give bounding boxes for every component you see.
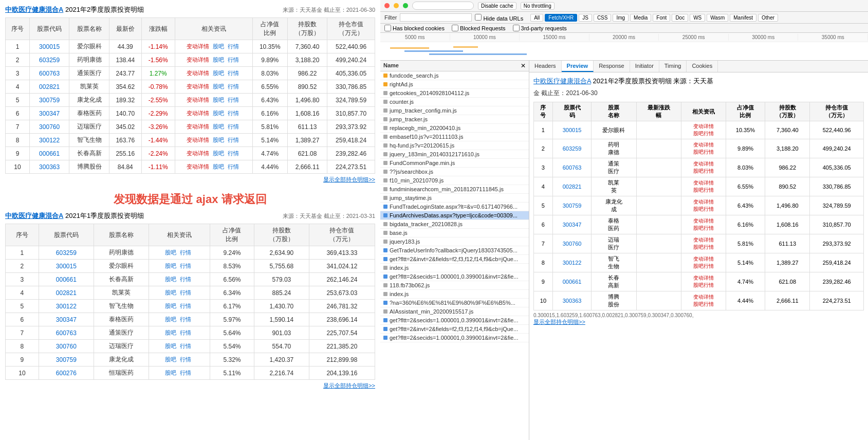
network-item[interactable]: ?na=360%E6%9E%81%E9%80%9F%E6%B5%... <box>380 299 529 307</box>
disable-cache-btn[interactable]: Disable cache <box>478 2 516 10</box>
action-hq[interactable]: 行情 <box>180 316 191 322</box>
stock-link[interactable]: 600276 <box>56 370 77 377</box>
network-item[interactable]: base.js <box>380 229 529 237</box>
has-blocked-cookies-cb[interactable] <box>384 25 391 31</box>
action-hq[interactable]: 行情 <box>180 263 191 269</box>
filter-tab-xhr[interactable]: Fetch/XHR <box>545 14 577 22</box>
action-detail[interactable]: 变动详情 <box>187 110 209 116</box>
action-guba[interactable]: 股吧 <box>213 123 224 130</box>
network-item[interactable]: counter.js <box>380 98 529 106</box>
filter-tab-doc[interactable]: Doc <box>672 14 688 22</box>
action-guba[interactable]: 股吧 <box>165 356 176 362</box>
tab-timing[interactable]: Timing <box>659 61 687 72</box>
network-item[interactable]: FundCommonPage.min.js <box>380 159 529 168</box>
action-detail[interactable]: 变动详情 <box>187 83 209 89</box>
pstock-link[interactable]: 600763 <box>563 164 582 171</box>
stock-link[interactable]: 300347 <box>56 316 77 323</box>
action-guba[interactable]: 股吧 <box>213 70 224 76</box>
network-item[interactable]: index.js <box>380 264 529 272</box>
action-hq[interactable]: 行情 <box>180 249 191 255</box>
no-throttling-btn[interactable]: No throttling <box>521 2 555 10</box>
network-item[interactable]: FundTradeLoginState.aspx?lt=&v=0.6171407… <box>380 203 529 211</box>
stock-link[interactable]: 603259 <box>56 249 77 256</box>
action-guba[interactable]: 股吧 <box>213 150 224 156</box>
action-guba[interactable]: 股吧 <box>213 163 224 170</box>
stock-link[interactable]: 300363 <box>39 163 60 171</box>
action-hq[interactable]: 行情 <box>228 110 239 116</box>
action-hq[interactable]: 行情 <box>228 83 239 89</box>
pstock-link[interactable]: 002821 <box>563 184 582 190</box>
network-item[interactable]: replacegb_min_20200410.js <box>380 124 529 133</box>
pstock-link[interactable]: 300760 <box>563 241 582 247</box>
filter-tab-img[interactable]: Img <box>613 14 629 22</box>
action-guba[interactable]: 股吧 <box>165 276 176 282</box>
devtools-search-input[interactable] <box>412 2 474 10</box>
network-item[interactable]: get?fltt=2&secids=1.000001,0.399001&invt… <box>380 316 529 325</box>
action-hq[interactable]: 行情 <box>180 370 191 376</box>
action-detail[interactable]: 变动详情 <box>187 163 209 170</box>
action-hq[interactable]: 行情 <box>228 123 239 130</box>
action-guba[interactable]: 股吧 <box>213 137 224 143</box>
stock-link[interactable]: 300347 <box>39 110 60 117</box>
action-guba[interactable]: 股吧 <box>165 249 176 255</box>
action-hq[interactable]: 行情 <box>180 303 191 309</box>
tab-headers[interactable]: Headers <box>529 61 562 72</box>
action-hq[interactable]: 行情 <box>228 163 239 170</box>
network-item[interactable]: jump_tracker.js <box>380 115 529 124</box>
stock-link[interactable]: 300015 <box>56 263 77 270</box>
action-guba[interactable]: 股吧 <box>213 43 224 49</box>
pstock-link[interactable]: 603259 <box>563 145 582 152</box>
network-item[interactable]: jump_tracker_config.min.js <box>380 106 529 115</box>
filter-tab-wasm[interactable]: Wasm <box>707 14 728 22</box>
stock-link[interactable]: 603259 <box>39 57 60 64</box>
fund-title-link-q1[interactable]: 中欧医疗健康混合A <box>5 212 63 219</box>
filter-tab-media[interactable]: Media <box>630 14 651 22</box>
close-network-detail-btn[interactable]: ✕ <box>521 62 526 69</box>
stock-link[interactable]: 000661 <box>56 276 77 283</box>
action-guba[interactable]: 股吧 <box>165 289 176 296</box>
action-hq[interactable]: 行情 <box>228 70 239 76</box>
action-hq[interactable]: 行情 <box>228 97 239 103</box>
stock-link[interactable]: 300759 <box>39 97 60 104</box>
network-item[interactable]: GetTradeUserInfo?callback=jQuery18303743… <box>380 246 529 255</box>
pstock-link[interactable]: 300759 <box>563 203 582 209</box>
preview-show-more[interactable]: 显示全部持仓明细>> <box>533 318 864 326</box>
action-hq[interactable]: 行情 <box>228 43 239 49</box>
action-hq[interactable]: 行情 <box>180 289 191 296</box>
filter-tab-manifest[interactable]: Manifest <box>730 14 756 22</box>
network-item[interactable]: getcookies_20140928104112.js <box>380 89 529 98</box>
stock-link[interactable]: 002821 <box>39 83 60 90</box>
action-guba[interactable]: 股吧 <box>213 57 224 63</box>
filter-tab-all[interactable]: All <box>530 14 543 22</box>
action-guba[interactable]: 股吧 <box>165 303 176 309</box>
stock-link[interactable]: 300760 <box>39 123 60 131</box>
network-item[interactable]: fundminisearchcom_min_20181207111845.js <box>380 185 529 194</box>
pstock-link[interactable]: 000661 <box>563 279 582 285</box>
stock-link[interactable]: 002821 <box>56 289 77 297</box>
action-detail[interactable]: 变动详情 <box>187 57 209 63</box>
tab-initiator[interactable]: Initiator <box>630 61 659 72</box>
action-guba[interactable]: 股吧 <box>165 370 176 376</box>
network-item[interactable]: jquery_183min_20140312171610.js <box>380 150 529 159</box>
stock-link[interactable]: 300122 <box>39 137 60 144</box>
stock-link[interactable]: 300759 <box>56 356 77 363</box>
action-hq[interactable]: 行情 <box>228 137 239 143</box>
blocked-requests-cb[interactable] <box>452 25 458 31</box>
tab-response[interactable]: Response <box>594 61 630 72</box>
action-hq[interactable]: 行情 <box>180 356 191 362</box>
network-item[interactable]: embasef10.js?v=20111103.js <box>380 133 529 141</box>
show-more-q2[interactable]: 显示全部持仓明细>> <box>5 176 375 184</box>
pstock-link[interactable]: 300347 <box>563 222 582 228</box>
network-item[interactable]: fundcode_search.js <box>380 71 529 80</box>
network-item[interactable]: f10_min_20210709.js <box>380 176 529 185</box>
network-item[interactable]: ??js/searchbox.js <box>380 168 529 176</box>
action-hq[interactable]: 行情 <box>228 57 239 63</box>
tab-cookies[interactable]: Cookies <box>687 61 718 72</box>
network-item[interactable]: rightAd.js <box>380 80 529 89</box>
network-item[interactable]: hq-fund.js?v=20120615.js <box>380 141 529 150</box>
stock-link[interactable]: 600763 <box>56 329 77 337</box>
action-detail[interactable]: 变动详情 <box>187 150 209 156</box>
action-detail[interactable]: 变动详情 <box>187 137 209 143</box>
tab-preview[interactable]: Preview <box>562 61 594 72</box>
stock-link[interactable]: 300122 <box>56 303 77 310</box>
